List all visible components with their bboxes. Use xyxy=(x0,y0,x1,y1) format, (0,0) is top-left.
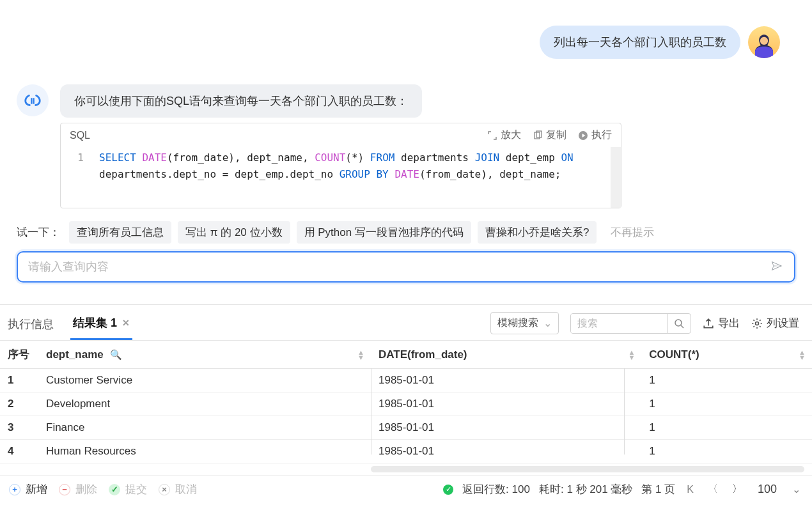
cell-date: 1985-01-01 xyxy=(371,392,641,416)
svg-line-7 xyxy=(681,325,683,328)
page-size-dropdown[interactable]: ⌄ xyxy=(790,483,803,495)
query-input-bar xyxy=(17,251,795,283)
col-dept-name[interactable]: dept_name 🔍 ▲▼ xyxy=(38,341,371,369)
table-row[interactable]: 3Finance1985-01-011 xyxy=(0,416,812,440)
cancel-label: 取消 xyxy=(175,482,197,497)
cell-count: 1 xyxy=(641,392,812,416)
cell-serial: 1 xyxy=(0,369,38,392)
tab-resultset[interactable]: 结果集 1 ✕ xyxy=(70,311,132,340)
next-page-button[interactable]: 〉 xyxy=(730,483,745,496)
export-icon xyxy=(703,318,714,329)
first-page-button[interactable]: K xyxy=(684,484,696,495)
export-button[interactable]: 导出 xyxy=(703,316,740,330)
search-icon xyxy=(674,318,684,329)
filter-icon[interactable]: 🔍 xyxy=(110,349,122,360)
search-mode-label: 模糊搜索 xyxy=(497,316,538,330)
play-icon xyxy=(578,130,588,141)
search-mode-select[interactable]: 模糊搜索 ⌄ xyxy=(490,312,559,334)
expand-icon xyxy=(487,130,497,141)
col-count-label: COUNT(*) xyxy=(649,348,699,361)
try-label: 试一下： xyxy=(17,225,60,240)
delete-row-button[interactable]: − 删除 xyxy=(59,482,97,497)
commit-label: 提交 xyxy=(125,482,147,497)
cell-count: 1 xyxy=(641,440,812,463)
add-row-button[interactable]: + 新增 xyxy=(9,482,47,497)
code-line-number: 1 xyxy=(61,150,99,182)
run-button[interactable]: 执行 xyxy=(578,128,612,142)
horizontal-scrollbar[interactable] xyxy=(371,466,804,472)
tab-resultset-label: 结果集 1 xyxy=(73,315,117,330)
close-icon[interactable]: ✕ xyxy=(122,318,130,328)
results-table: 序号 dept_name 🔍 ▲▼ DATE(from_date) ▲▼ COU… xyxy=(0,341,812,463)
cell-serial: 3 xyxy=(0,416,38,440)
cancel-button[interactable]: × 取消 xyxy=(159,482,197,497)
page-indicator: 第 1 页 xyxy=(641,482,675,497)
table-row[interactable]: 2Development1985-01-011 xyxy=(0,392,812,416)
cell-serial: 4 xyxy=(0,440,38,463)
code-language-label: SQL xyxy=(70,130,90,141)
suggestion-chip[interactable]: 用 Python 写一段冒泡排序的代码 xyxy=(297,221,471,244)
send-button[interactable] xyxy=(770,259,784,275)
sort-icon[interactable]: ▲▼ xyxy=(628,350,635,360)
plus-icon: + xyxy=(9,484,20,495)
run-label: 执行 xyxy=(591,128,612,142)
copy-label: 复制 xyxy=(546,128,566,142)
column-settings-label: 列设置 xyxy=(767,316,799,330)
cell-dept: Finance xyxy=(38,416,371,440)
svg-rect-2 xyxy=(33,98,34,104)
assistant-avatar xyxy=(17,84,49,116)
svg-point-0 xyxy=(760,37,768,45)
user-message-bubble: 列出每一天各个部门入职的员工数 xyxy=(540,26,740,59)
minus-icon: − xyxy=(59,484,70,495)
gear-icon xyxy=(751,318,763,329)
table-search-input[interactable] xyxy=(571,314,667,333)
add-label: 新增 xyxy=(26,482,47,497)
cell-dept: Development xyxy=(38,392,371,416)
copy-icon xyxy=(533,130,543,141)
export-label: 导出 xyxy=(718,316,740,330)
col-date[interactable]: DATE(from_date) ▲▼ xyxy=(371,341,641,369)
code-block: SQL 放大 复制 执行 1 SELECT DATE(from_date), d… xyxy=(60,123,621,208)
copy-button[interactable]: 复制 xyxy=(533,128,566,142)
cell-date: 1985-01-01 xyxy=(371,440,641,463)
table-row[interactable]: 4Human Resources1985-01-011 xyxy=(0,440,812,463)
svg-rect-1 xyxy=(31,98,32,104)
tab-exec-info[interactable]: 执行信息 xyxy=(5,313,56,339)
col-date-label: DATE(from_date) xyxy=(379,348,467,361)
query-input[interactable] xyxy=(28,260,770,274)
delete-label: 删除 xyxy=(75,482,97,497)
user-avatar xyxy=(748,26,780,58)
commit-button[interactable]: ✓ 提交 xyxy=(109,482,147,497)
rows-returned: 返回行数: 100 xyxy=(462,482,530,497)
sort-icon[interactable]: ▲▼ xyxy=(357,350,364,360)
svg-point-8 xyxy=(756,322,759,325)
status-ok-icon: ✓ xyxy=(443,485,453,495)
table-search-button[interactable] xyxy=(667,314,691,333)
suggestion-chip[interactable]: 查询所有员工信息 xyxy=(69,221,171,244)
suggestions-row: 试一下： 查询所有员工信息 写出 π 的 20 位小数 用 Python 写一段… xyxy=(13,221,799,251)
svg-point-6 xyxy=(675,320,682,326)
suggestion-chip[interactable]: 写出 π 的 20 位小数 xyxy=(178,221,290,244)
column-settings-button[interactable]: 列设置 xyxy=(751,316,799,330)
check-icon: ✓ xyxy=(109,484,120,495)
col-count[interactable]: COUNT(*) ▲▼ xyxy=(641,341,812,369)
dismiss-suggestions[interactable]: 不再提示 xyxy=(603,221,662,244)
cell-dept: Human Resources xyxy=(38,440,371,463)
cell-date: 1985-01-01 xyxy=(371,369,641,392)
assistant-message-bubble: 你可以使用下面的SQL语句来查询每一天各个部门入职的员工数： xyxy=(60,84,422,118)
cell-count: 1 xyxy=(641,416,812,440)
elapsed-time: 耗时: 1 秒 201 毫秒 xyxy=(539,482,632,497)
code-content[interactable]: SELECT DATE(from_date), dept_name, COUNT… xyxy=(99,150,611,182)
x-icon: × xyxy=(159,484,170,495)
prev-page-button[interactable]: 〈 xyxy=(705,483,721,496)
cell-count: 1 xyxy=(641,369,812,392)
suggestion-chip[interactable]: 曹操和小乔是啥关系? xyxy=(478,221,597,244)
sort-icon[interactable]: ▲▼ xyxy=(799,350,806,360)
table-row[interactable]: 1Customer Service1985-01-011 xyxy=(0,369,812,392)
page-size-value: 100 xyxy=(754,483,781,496)
col-serial[interactable]: 序号 xyxy=(0,341,38,369)
col-dept-label: dept_name xyxy=(46,348,104,361)
results-panel: 执行信息 结果集 1 ✕ 模糊搜索 ⌄ 导出 列设置 xyxy=(0,304,812,503)
expand-button[interactable]: 放大 xyxy=(487,128,521,142)
cell-serial: 2 xyxy=(0,392,38,416)
